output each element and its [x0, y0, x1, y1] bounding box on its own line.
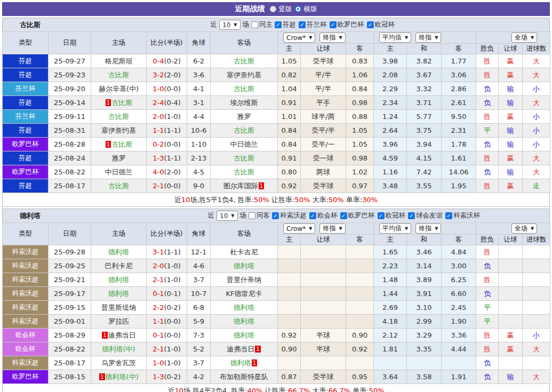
home-team-name: 塞伊奈约基 [101, 126, 136, 134]
corner-score: 3-1 [187, 96, 211, 110]
league-filter-checkbox[interactable]: ✓芬兰杯 [299, 20, 327, 29]
match-date: 25-08-22 [49, 342, 91, 356]
subheader-avg-away: 客 [442, 235, 476, 245]
games-label: 场 [243, 20, 250, 29]
league-badge: 欧罗巴杯 [3, 370, 49, 384]
matches-count-select[interactable]: 10▼ [217, 211, 237, 221]
league-filter-checkbox[interactable]: ✓科索沃超 [272, 211, 307, 220]
home-team: 古比斯 [91, 179, 147, 193]
chevron-down-icon: ▼ [435, 35, 438, 40]
match-row: 欧会杯 25-08-29 1迪弗当日 0-1(0-0) 7-3 德利塔 0.92… [3, 329, 550, 342]
odds-company-select[interactable]: Crow*▼ [283, 33, 315, 43]
vertical-layout-radio-icon[interactable] [270, 6, 276, 12]
result-handicap [499, 356, 523, 370]
halftime-score: (0-0) [164, 85, 180, 93]
home-team: 1古比斯 [91, 138, 147, 151]
home-team-name: 德利塔(中) [106, 373, 139, 381]
horizontal-layout-radio-label[interactable]: 横版 [304, 5, 317, 14]
result-goals [523, 259, 550, 273]
corner-score: 4-4 [187, 110, 211, 124]
home-team-name: 古比斯 [108, 113, 129, 121]
home-team: 古比斯 [91, 68, 147, 82]
score: 1-0(0-0) [147, 82, 187, 96]
league-filter-checkbox[interactable]: ✓芬超 [275, 20, 296, 29]
result-handicap: 赢 [499, 54, 523, 68]
handicap-home-odds: 0.84 [278, 138, 301, 151]
league-filter-checkbox[interactable]: ✓欧会杯 [309, 211, 338, 220]
match-date: 25-09-27 [49, 54, 91, 68]
away-team-name: KF德雷尼卡 [226, 290, 262, 298]
league-filter-checkbox[interactable]: ✓欧冠杯 [378, 211, 406, 220]
away-team: 德利塔 [211, 301, 278, 315]
league-filter-checkbox[interactable]: ✓欧罗巴杯 [330, 20, 364, 29]
away-team-name: 德利塔 [234, 303, 254, 311]
subheader-let-home: 主 [278, 44, 301, 54]
result-handicap: 输 [499, 82, 523, 96]
match-row: 欧罗巴杯 25-08-28 1古比斯 0-2(0-0) 1-10 中日德兰 0.… [3, 138, 550, 151]
average-final-odds-select[interactable]: 终指▼ [415, 223, 441, 234]
checkbox-checked-icon: ✓ [378, 212, 385, 219]
league-filter-checkbox[interactable]: ✓科索沃杯 [445, 211, 480, 220]
corner-score: 4-1 [187, 82, 211, 96]
handicap-away-odds: 0.84 [346, 82, 374, 96]
league-filter-checkbox[interactable]: ✓球会友谊 [408, 211, 443, 220]
result-handicap: 赢 [499, 151, 523, 165]
handicap-final-odds-select[interactable]: 终指▼ [319, 223, 345, 234]
avg-draw-odds: 3.35 [407, 342, 442, 356]
checkbox-checked-icon: ✓ [445, 212, 452, 219]
avg-home-odds: 3.98 [374, 54, 407, 68]
away-team: 塞伊奈约基 [211, 68, 278, 82]
handicap-line [301, 259, 346, 273]
chevron-down-icon: ▼ [231, 213, 234, 218]
avg-home-odds: 1.44 [374, 287, 407, 301]
corner-score: 10-7 [187, 287, 211, 301]
layout-radio-group: 竖版 横版 [270, 5, 317, 14]
handicap-final-odds-select[interactable]: 终指▼ [319, 33, 345, 43]
summary-text: 50% [329, 196, 344, 204]
league-filter-checkbox[interactable]: ✓欧冠杯 [367, 20, 395, 29]
avg-away-odds: 9.50 [442, 110, 476, 124]
scope-select[interactable]: 全场▼ [511, 33, 537, 43]
same-venue-checkbox[interactable]: 同主 [251, 20, 273, 29]
summary-text: 50% [254, 196, 269, 204]
same-venue-checkbox[interactable]: 同客 [249, 211, 270, 220]
home-team: 1德利塔(中) [91, 370, 147, 384]
home-team: 乌罗舍瓦茨 [91, 356, 147, 370]
handicap-home-odds: 0.80 [278, 165, 301, 179]
corner-score: 1-10 [187, 138, 211, 151]
away-team-name: 埃尔维斯 [230, 99, 258, 107]
match-row: 芬超 25-08-17 古比斯 2-1(0-0) 9-0 图尔库国际1 0.92… [3, 179, 550, 193]
horizontal-layout-radio-icon[interactable] [295, 6, 301, 12]
average-odds-select[interactable]: 平均值▼ [379, 33, 411, 43]
fulltime-score: 1-0 [153, 85, 164, 93]
summary-bar: 近10场,胜4平2负4, 胜率:40% 让胜率:66.7% 大率:66.7% 单… [2, 384, 550, 392]
average-odds-select[interactable]: 平均值▼ [379, 223, 411, 234]
summary-text: 30% [362, 196, 378, 204]
league-filter-checkbox[interactable]: ✓欧罗巴杯 [340, 211, 375, 220]
average-final-odds-select[interactable]: 终指▼ [415, 33, 441, 43]
checkbox-checked-icon: ✓ [272, 212, 279, 219]
chevron-down-icon: ▼ [405, 35, 408, 40]
subheader-let-away: 客 [346, 44, 374, 54]
away-team: 杜卡吉尼 [211, 245, 278, 259]
away-team-name: 古比斯 [234, 85, 254, 93]
scope-select[interactable]: 全场▼ [511, 223, 537, 234]
odds-company-select[interactable]: Crow*▼ [283, 223, 315, 234]
matches-count-select[interactable]: 10▼ [219, 20, 240, 30]
summary-text: 单率: [350, 387, 369, 392]
match-row: 芬超 25-09-14 1古比斯 2-4(0-4) 3-1 埃尔维斯 0.91 … [3, 96, 550, 110]
checkbox-unchecked-icon [251, 21, 258, 28]
red-card-badge: 1 [255, 346, 260, 353]
away-team: 普里什蒂纳 [211, 273, 278, 287]
result-handicap: 输 [499, 138, 523, 151]
avg-home-odds: 3.48 [374, 179, 407, 193]
handicap-home-odds: 0.92 [278, 179, 301, 193]
avg-draw-odds: 3.75 [407, 124, 442, 138]
handicap-odds-group: Crow*▼终指▼ [278, 32, 374, 44]
league-badge: 芬兰杯 [3, 110, 49, 124]
corner-score: 5-9 [187, 315, 211, 329]
chevron-down-icon: ▼ [531, 35, 534, 40]
result-win-draw-loss: 负 [476, 138, 499, 151]
avg-away-odds [442, 356, 476, 370]
vertical-layout-radio-label[interactable]: 竖版 [279, 5, 292, 14]
